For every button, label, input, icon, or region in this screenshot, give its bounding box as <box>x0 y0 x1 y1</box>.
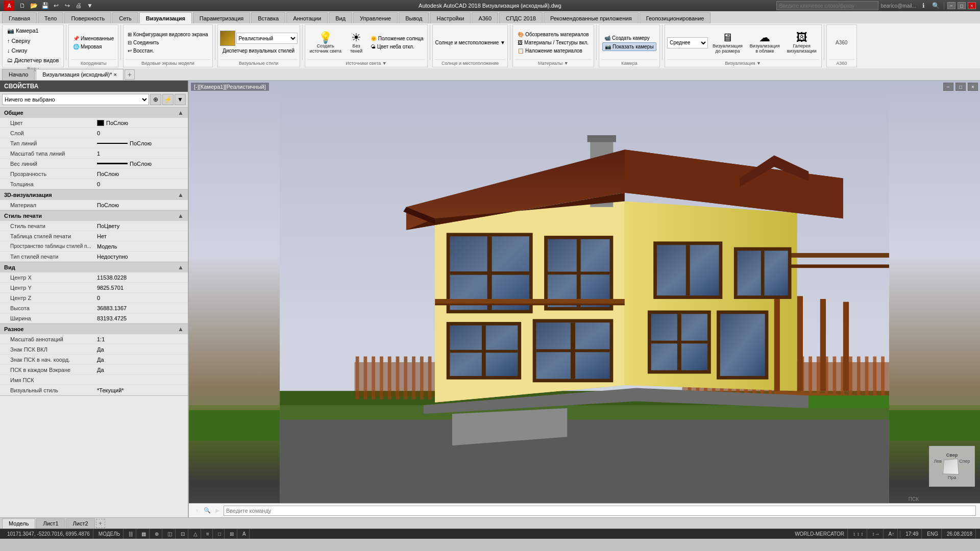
prop-value-print-style[interactable]: ПоЦвету <box>97 223 184 229</box>
material-browser-btn[interactable]: 🎨 Обозреватель материалов <box>516 31 591 38</box>
view-manager-btn[interactable]: 🗂 Диспетчер видов <box>5 56 61 65</box>
status-model-label[interactable]: МОДЕЛЬ <box>95 529 124 539</box>
tab-glavnaya[interactable]: Главная <box>2 12 37 23</box>
prop-value-print-space[interactable]: Модель <box>97 243 184 249</box>
vp-minimize-btn[interactable]: − <box>943 83 953 91</box>
tab-vizualizatsiya-view[interactable]: Визуализация (исходный)* × <box>36 69 124 80</box>
prop-value-cz[interactable]: 0 <box>97 295 184 301</box>
prop-value-cy[interactable]: 9825.5701 <box>97 285 184 291</box>
tab-vyvod[interactable]: Вывод <box>399 12 429 23</box>
prop-value-color[interactable]: ПоСлою <box>97 120 184 126</box>
world-coords-btn[interactable]: 🌐 Мировая <box>71 43 116 51</box>
viewport-config-btn[interactable]: ⊞ Конфигурация видового экрана <box>126 31 210 38</box>
prop-value-print-table[interactable]: Нет <box>97 233 184 239</box>
qa-open[interactable]: 📂 <box>29 1 39 10</box>
tab-geo[interactable]: Геопозиционирование <box>640 12 711 23</box>
prop-value-cx[interactable]: 11538.0228 <box>97 274 184 281</box>
status-world-mercator[interactable]: WORLD-MERCATOR <box>792 529 848 539</box>
tab-telo[interactable]: Тело <box>38 12 64 23</box>
prop-value-transparency[interactable]: ПоСлою <box>97 171 184 177</box>
sun-position-btn[interactable]: 🌞 Положение солнца <box>369 35 426 42</box>
viewport-join-btn[interactable]: ⊟ Соединить <box>126 39 210 46</box>
section-header-print[interactable]: Стиль печати ▲ <box>0 211 188 221</box>
tab-parametrizatsiya[interactable]: Параметризация <box>193 12 250 23</box>
qa-print[interactable]: 🖨 <box>74 1 84 10</box>
status-snap-btn[interactable]: ▦ <box>138 529 150 539</box>
textures-btn[interactable]: 🖼 Материалы / Текстуры вкл. <box>516 39 591 46</box>
tab-vizualizatsiya[interactable]: Визуализация <box>139 12 192 23</box>
named-coords-btn[interactable]: 📌 Именованные <box>71 35 116 42</box>
tab-nastroyki[interactable]: Настройки <box>430 12 471 23</box>
cloud-render-btn[interactable]: ☁ Визуализацияв облаке <box>747 31 782 55</box>
camera1-btn[interactable]: 📷 Камера1 <box>5 26 61 36</box>
qa-undo[interactable]: ↩ <box>51 1 61 10</box>
tab-vstavka[interactable]: Вставка <box>251 12 285 23</box>
tab-poverkhnost[interactable]: Поверхность <box>64 12 111 23</box>
visual-style-combo[interactable]: Реалистичный Концептуальный Каркасный <box>236 33 298 44</box>
create-camera-btn[interactable]: 📹 Создать камеру <box>602 34 656 42</box>
status-otrack-btn[interactable]: △ <box>190 529 201 539</box>
tab-nachalo[interactable]: Начало <box>2 69 35 80</box>
close-button[interactable]: × <box>968 2 976 9</box>
render-gallery-btn[interactable]: 🖼 Галереявизуализации <box>785 31 819 55</box>
no-shadows-btn[interactable]: ☀ Безтеней <box>346 31 366 55</box>
viewport-area[interactable]: [-][Камера1][Реалистичный] − □ × <box>189 81 980 517</box>
prop-value-linetype[interactable]: ПоСлою <box>97 140 184 146</box>
tab-recommended[interactable]: Рекомендованные приложения <box>544 12 639 23</box>
command-input[interactable] <box>224 506 976 516</box>
qa-redo[interactable]: ↪ <box>62 1 72 10</box>
qa-new[interactable]: 🗋 <box>17 1 28 10</box>
prop-value-material[interactable]: ПоСлою <box>97 202 184 208</box>
status-select-btn[interactable]: ⊞ <box>227 529 237 539</box>
search-help-button[interactable]: 🔍 <box>930 1 941 10</box>
create-light-btn[interactable]: 💡 Создатьисточник света <box>307 31 344 55</box>
prop-value-annscale[interactable]: 1:1 <box>97 336 184 342</box>
prop-value-thickness[interactable]: 0 <box>97 181 184 187</box>
navigation-cube[interactable]: Свер Лев Спер Пра <box>929 446 975 487</box>
info-button[interactable]: ℹ <box>918 1 928 10</box>
minimize-button[interactable]: − <box>947 2 955 9</box>
section-header-misc[interactable]: Разное ▲ <box>0 324 188 334</box>
cmd-search-btn[interactable]: 🔍 <box>203 507 211 515</box>
prop-value-ucs-on[interactable]: Да <box>97 346 184 353</box>
add-viewport-tab[interactable]: + <box>125 69 135 80</box>
viewport-restore-btn[interactable]: ↩ Восстан. <box>126 47 210 55</box>
status-ortho-btn[interactable]: ⊕ <box>152 529 162 539</box>
render-btn[interactable]: 🖥 Визуализациядо размера <box>710 31 745 55</box>
tab-set[interactable]: Сеть <box>112 12 138 23</box>
tab-upravlenie[interactable]: Управление <box>353 12 398 23</box>
prop-value-print-type[interactable]: Недоступно <box>97 254 184 260</box>
prop-value-width[interactable]: 83193.4725 <box>97 315 184 321</box>
vp-maximize-btn[interactable]: □ <box>955 83 966 91</box>
select-objects-btn[interactable]: ⊕ <box>150 94 161 105</box>
cube-3d[interactable] <box>943 459 959 475</box>
view-top-btn[interactable]: ↑ Сверху <box>5 36 61 45</box>
add-sheet-btn[interactable]: + <box>96 519 105 528</box>
status-ann-btn[interactable]: A <box>239 529 250 539</box>
cmd-run-btn[interactable]: ▶ <box>213 507 222 515</box>
sky-color-btn[interactable]: 🌤 Цвет неба откл. <box>369 43 426 51</box>
tab-a360[interactable]: А360 <box>472 12 498 23</box>
prop-value-lineweight[interactable]: ПоСлою <box>97 161 184 167</box>
section-header-view[interactable]: Вид ▲ <box>0 262 188 272</box>
select-fast-btn[interactable]: ⚡ <box>162 94 174 105</box>
status-osnap-btn[interactable]: ⊡ <box>178 529 188 539</box>
tab-sheet1[interactable]: Лист1 <box>36 518 65 529</box>
tab-sheet2[interactable]: Лист2 <box>66 518 95 529</box>
tab-spds[interactable]: СПДС 2018 <box>499 12 543 23</box>
status-transparency-btn[interactable]: □ <box>215 529 225 539</box>
3d-scene[interactable]: Свер Лев Спер Пра ПСК <box>189 81 980 517</box>
object-selector-dropdown[interactable]: Ничего не выбрано <box>2 94 149 105</box>
visual-style-preview[interactable] <box>220 31 235 46</box>
vp-close-btn[interactable]: × <box>968 83 978 91</box>
prop-value-vstyle[interactable]: *Текущий* <box>97 387 184 393</box>
apply-materials-btn[interactable]: 📋 Наложение материалов <box>516 47 591 55</box>
cmd-close-btn[interactable]: × <box>193 507 201 515</box>
tab-vid[interactable]: Вид <box>329 12 352 23</box>
tab-annotatsii[interactable]: Аннотации <box>286 12 328 23</box>
render-quality-combo[interactable]: Среднее Низкое Высокое <box>667 37 708 48</box>
view-bottom-btn[interactable]: ↓ Снизу <box>5 46 61 55</box>
qa-save[interactable]: 💾 <box>40 1 50 10</box>
status-lineweight-btn[interactable]: ≡ <box>203 529 213 539</box>
prop-value-ucs-origin[interactable]: Да <box>97 357 184 363</box>
